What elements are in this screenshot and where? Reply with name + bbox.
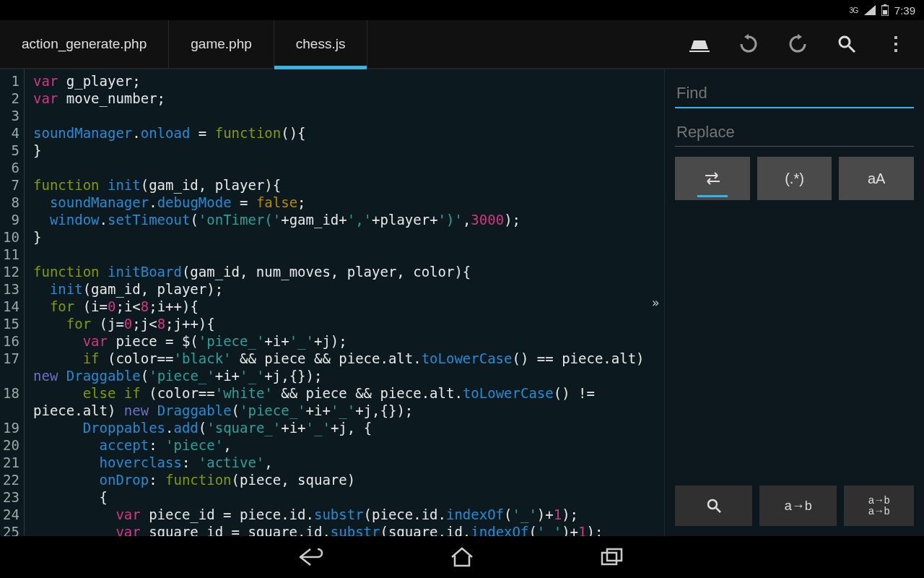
svg-rect-5 [894, 36, 897, 39]
code-editor[interactable]: 1234567891011121314151617 18 19202122232… [0, 69, 647, 536]
svg-point-8 [708, 500, 717, 509]
find-replace-panel: (.*) aA a→b a→b a→b [664, 69, 924, 536]
case-toggle[interactable]: aA [839, 157, 914, 200]
tab-chess[interactable]: chess.js [274, 20, 368, 68]
back-button[interactable] [295, 543, 329, 571]
svg-rect-11 [607, 549, 622, 561]
tab-game[interactable]: game.php [169, 20, 274, 68]
android-status-bar: 3G 7:39 [0, 0, 924, 20]
svg-point-3 [840, 37, 850, 47]
main-area: 1234567891011121314151617 18 19202122232… [0, 69, 924, 536]
code-content[interactable]: var g_player;var move_number; soundManag… [25, 69, 647, 536]
replace-all-button[interactable]: a→b a→b [844, 486, 914, 526]
svg-line-9 [716, 508, 720, 512]
replace-button[interactable]: a→b [759, 486, 837, 526]
svg-rect-6 [894, 43, 897, 46]
replace-all-line2: a→b [868, 506, 890, 517]
svg-line-4 [849, 46, 855, 52]
redo-icon[interactable] [784, 30, 811, 58]
android-nav-bar [0, 536, 924, 578]
battery-icon [881, 4, 889, 16]
signal-icon [864, 5, 876, 15]
toolbar-actions [686, 20, 924, 68]
search-action-row: a→b a→b a→b [675, 486, 914, 526]
tabs: action_generate.php game.php chess.js [0, 20, 367, 68]
regex-toggle[interactable]: (.*) [757, 157, 832, 200]
undo-icon[interactable] [735, 30, 762, 58]
replace-input[interactable] [675, 118, 914, 147]
save-icon[interactable] [686, 30, 713, 58]
line-number-gutter: 1234567891011121314151617 18 19202122232… [0, 69, 25, 536]
recent-apps-button[interactable] [595, 543, 629, 571]
tab-bar: action_generate.php game.php chess.js [0, 20, 924, 69]
network-3g-icon: 3G [849, 7, 858, 14]
search-options: (.*) aA [675, 157, 914, 200]
svg-rect-10 [602, 553, 616, 564]
find-input[interactable] [675, 79, 914, 108]
search-icon[interactable] [833, 30, 860, 58]
svg-rect-7 [894, 49, 897, 52]
overflow-icon[interactable] [882, 30, 910, 58]
home-button[interactable] [445, 543, 479, 571]
clock: 7:39 [894, 4, 915, 17]
replace-all-line1: a→b [868, 495, 890, 506]
tab-action-generate[interactable]: action_generate.php [0, 20, 169, 68]
loop-toggle[interactable] [675, 157, 750, 200]
svg-rect-2 [883, 10, 887, 14]
collapse-panel-icon[interactable]: » [647, 69, 664, 536]
find-next-button[interactable] [675, 486, 752, 526]
